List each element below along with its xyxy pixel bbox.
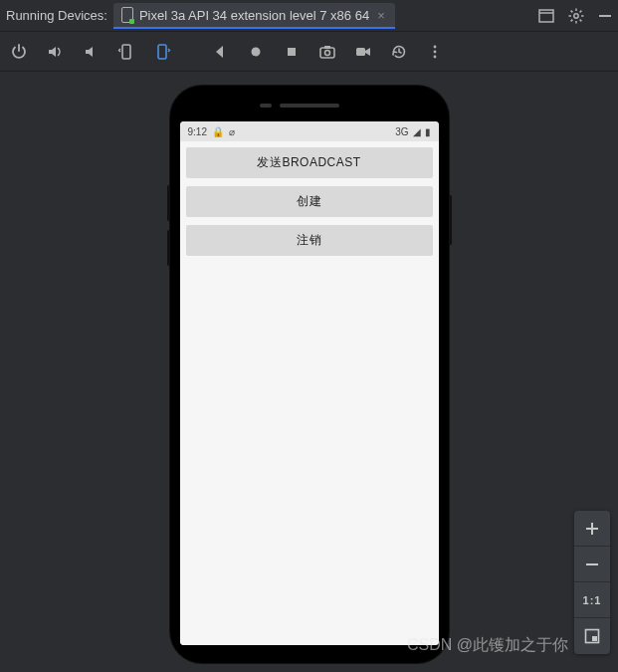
minimize-icon[interactable] — [598, 9, 612, 23]
device-name: Pixel 3a API 34 extension level 7 x86 64 — [139, 8, 369, 23]
svg-point-22 — [434, 55, 437, 58]
svg-rect-12 — [122, 45, 130, 59]
svg-rect-0 — [539, 10, 553, 22]
svg-point-14 — [252, 47, 261, 56]
svg-point-20 — [434, 45, 437, 48]
side-button — [167, 185, 170, 221]
svg-line-9 — [571, 19, 573, 21]
video-icon[interactable] — [354, 43, 372, 61]
zoom-in-button[interactable] — [574, 511, 610, 547]
stop-icon[interactable] — [283, 43, 301, 61]
status-time: 9:12 — [188, 126, 207, 137]
network-label: 3G — [395, 126, 408, 137]
history-icon[interactable] — [390, 43, 408, 61]
lock-icon: 🔒 — [212, 126, 224, 137]
svg-line-10 — [580, 10, 582, 12]
svg-point-2 — [574, 13, 578, 17]
device-tab[interactable]: Pixel 3a API 34 extension level 7 x86 64… — [113, 3, 395, 29]
svg-point-21 — [434, 50, 437, 53]
more-icon[interactable] — [426, 43, 444, 61]
device-screen[interactable]: 9:12 🔒 ⌀ 3G ◢ ▮ 发送BROADCAST 创建 注销 — [180, 121, 439, 645]
emulator-toolbar — [0, 32, 618, 72]
gear-icon[interactable] — [568, 8, 584, 24]
rotate-left-icon[interactable] — [117, 43, 135, 61]
volume-down-icon[interactable] — [82, 43, 100, 61]
zoom-actual-button[interactable]: 1:1 — [574, 582, 610, 618]
phone-icon — [121, 7, 133, 23]
back-icon[interactable] — [211, 43, 229, 61]
zoom-out-button[interactable] — [574, 547, 610, 582]
signal-icon: ◢ — [413, 126, 421, 137]
power-icon[interactable] — [10, 43, 28, 61]
svg-rect-18 — [324, 46, 330, 49]
screenshot-icon[interactable] — [318, 43, 336, 61]
svg-rect-27 — [592, 636, 597, 641]
running-devices-label: Running Devices: — [6, 8, 107, 23]
emulator-stage: 9:12 🔒 ⌀ 3G ◢ ▮ 发送BROADCAST 创建 注销 — [0, 72, 618, 672]
tab-bar: Running Devices: Pixel 3a API 34 extensi… — [0, 0, 618, 32]
side-button — [449, 195, 452, 245]
create-button[interactable]: 创建 — [186, 186, 433, 217]
svg-rect-19 — [356, 48, 365, 56]
android-status-bar: 9:12 🔒 ⌀ 3G ◢ ▮ — [180, 121, 439, 141]
battery-icon: ▮ — [425, 126, 431, 137]
svg-line-8 — [580, 19, 582, 21]
svg-line-7 — [571, 10, 573, 12]
zoom-fit-button[interactable] — [574, 618, 610, 654]
svg-rect-13 — [158, 45, 166, 59]
zoom-controls: 1:1 — [574, 511, 610, 654]
svg-rect-15 — [288, 48, 296, 56]
svg-rect-16 — [320, 48, 334, 58]
close-icon[interactable]: × — [375, 8, 387, 23]
device-frame: 9:12 🔒 ⌀ 3G ◢ ▮ 发送BROADCAST 创建 注销 — [170, 86, 449, 663]
volume-up-icon[interactable] — [46, 43, 64, 61]
svg-point-17 — [325, 50, 330, 55]
app-content: 发送BROADCAST 创建 注销 — [180, 141, 439, 645]
window-icon[interactable] — [538, 9, 554, 23]
speaker-decoration — [280, 104, 339, 108]
debug-icon: ⌀ — [229, 126, 235, 137]
rotate-right-icon[interactable] — [153, 43, 171, 61]
broadcast-button[interactable]: 发送BROADCAST — [186, 147, 433, 178]
side-button — [167, 230, 170, 266]
unregister-button[interactable]: 注销 — [186, 225, 433, 256]
record-icon[interactable] — [247, 43, 265, 61]
